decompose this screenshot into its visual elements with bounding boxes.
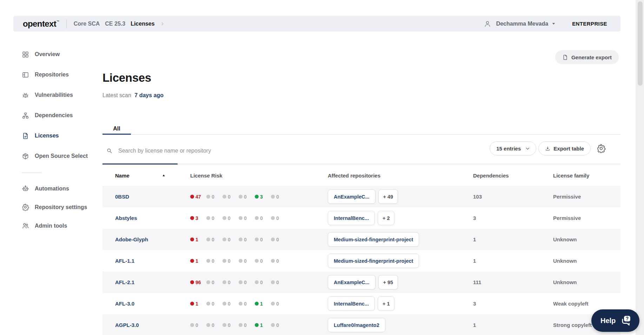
sidebar-item-automations[interactable]: Automations: [13, 179, 102, 198]
risk-count-green: 1: [255, 301, 271, 307]
sidebar-item-label: Repository settings: [35, 204, 87, 210]
risk-count-neutral: 0: [271, 194, 287, 200]
search-input[interactable]: [118, 148, 336, 154]
risk-number: 0: [244, 280, 247, 285]
license-name-link[interactable]: AFL-2.1: [115, 279, 190, 285]
table-row: Abstyles 300000 InternalBenc...+ 2 3 Per…: [102, 207, 620, 229]
column-header-license-risk[interactable]: License Risk: [190, 173, 328, 179]
edition-badge: ENTERPRISE: [572, 21, 607, 27]
risk-count-neutral: 0: [255, 215, 271, 221]
risk-number: 0: [260, 215, 263, 221]
risk-count-green: 3: [255, 194, 271, 200]
breadcrumb: Core SCA CE 25.3 Licenses: [74, 21, 165, 27]
scrollbar[interactable]: [636, 0, 644, 335]
breadcrumb-version: CE 25.3: [105, 21, 125, 27]
license-name-link[interactable]: 0BSD: [115, 194, 190, 200]
risk-number: 0: [244, 322, 247, 328]
risk-count-red: 1: [190, 258, 206, 264]
license-risk-cells: 000010: [190, 322, 328, 328]
caret-down-icon[interactable]: [551, 21, 556, 26]
more-repos-chip[interactable]: + 1: [378, 296, 395, 311]
risk-dot-neutral: [223, 323, 226, 327]
entries-per-page-dropdown[interactable]: 15 entries: [490, 141, 536, 155]
sidebar-primary-list: Overview Repositories Vulnerabilities De…: [13, 44, 102, 166]
gear-icon: [597, 144, 606, 153]
column-header-name[interactable]: Name: [115, 173, 190, 179]
sidebar-item-label: Automations: [35, 186, 69, 192]
risk-count-red: 96: [190, 280, 206, 285]
sidebar-item-overview[interactable]: Overview: [13, 44, 102, 65]
more-repos-chip[interactable]: + 2: [378, 211, 395, 225]
sidebar-item-admin-tools[interactable]: Admin tools: [13, 216, 102, 235]
export-table-button[interactable]: Export table: [538, 141, 591, 155]
search-icon: [106, 148, 112, 154]
risk-number: 0: [228, 301, 231, 307]
more-repos-chip[interactable]: + 95: [378, 275, 398, 289]
license-name-link[interactable]: AFL-1.1: [115, 258, 190, 264]
repo-chip[interactable]: Medium-sized-fingerprint-project: [328, 232, 419, 247]
repo-chip[interactable]: InternalBenc...: [328, 296, 375, 311]
repo-chip[interactable]: AnExampleC...: [328, 189, 376, 204]
risk-dot-red: [190, 259, 194, 263]
affected-repos-cell: InternalBenc...+ 2: [328, 211, 473, 225]
license-name-link[interactable]: AGPL-3.0: [115, 322, 190, 328]
help-button[interactable]: Help ?: [591, 309, 639, 332]
sidebar-item-vulnerabilities[interactable]: Vulnerabilities: [13, 85, 102, 105]
column-header-dependencies[interactable]: Dependencies: [473, 173, 553, 179]
risk-count-neutral: 0: [223, 258, 239, 264]
risk-dot-neutral: [206, 323, 210, 327]
risk-dot-neutral: [271, 323, 275, 327]
sidebar-item-label: Licenses: [35, 133, 59, 139]
license-family: Unknown: [553, 279, 620, 285]
latest-scan-value: 7 days ago: [134, 92, 164, 98]
sidebar-item-repositories[interactable]: Repositories: [13, 65, 102, 85]
sort-ascending-icon[interactable]: [162, 174, 166, 177]
sidebar-item-licenses[interactable]: Licenses: [13, 126, 102, 146]
risk-count-neutral: 0: [239, 322, 255, 328]
risk-number: 0: [276, 215, 279, 221]
risk-count-neutral: 0: [190, 322, 206, 328]
risk-number: 0: [260, 258, 263, 264]
license-risk-cells: 100000: [190, 258, 328, 264]
risk-count-neutral: 0: [223, 301, 239, 307]
repo-chip[interactable]: Luffare0/magento2: [328, 318, 385, 332]
sidebar-item-repository-settings[interactable]: Repository settings: [13, 198, 102, 216]
user-menu[interactable]: Dechamma Mevada: [496, 21, 549, 27]
risk-number: 0: [212, 280, 214, 285]
sidebar-item-open-source-select[interactable]: Open Source Select: [13, 146, 102, 166]
bug-icon: [22, 92, 29, 99]
risk-number: 1: [195, 237, 198, 242]
tab-all[interactable]: All: [102, 123, 131, 135]
repo-chip[interactable]: AnExampleC...: [328, 275, 376, 289]
license-name-link[interactable]: Adobe-Glyph: [115, 236, 190, 242]
more-repos-chip[interactable]: + 49: [378, 189, 398, 204]
scrollbar-thumb[interactable]: [638, 1, 643, 86]
risk-dot-neutral: [255, 280, 259, 284]
affected-repos-cell: Medium-sized-fingerprint-project: [328, 254, 473, 268]
risk-number: 1: [195, 301, 198, 307]
license-family: Unknown: [553, 236, 620, 242]
risk-count-neutral: 0: [239, 280, 255, 285]
risk-dot-neutral: [271, 216, 275, 220]
risk-number: 0: [276, 237, 279, 242]
risk-dot-neutral: [223, 216, 226, 220]
risk-dot-neutral: [223, 280, 226, 284]
breadcrumb-current-page[interactable]: Licenses: [131, 21, 154, 27]
risk-dot-green: [255, 302, 259, 306]
column-header-license-family[interactable]: License family: [553, 173, 620, 179]
column-header-affected-repositories[interactable]: Affected repositories: [328, 173, 473, 179]
repo-chip[interactable]: InternalBenc...: [328, 211, 375, 225]
chevron-right-icon[interactable]: [160, 21, 165, 26]
table-settings-button[interactable]: [594, 141, 608, 155]
sidebar-item-dependencies[interactable]: Dependencies: [13, 105, 102, 126]
repo-chip[interactable]: Medium-sized-fingerprint-project: [328, 254, 419, 268]
sidebar-secondary-list: Automations Repository settings Admin to…: [13, 179, 102, 235]
sidebar-item-label: Repositories: [35, 72, 69, 78]
risk-dot-neutral: [223, 302, 226, 306]
generate-export-button[interactable]: Generate export: [555, 50, 619, 64]
sidebar-divider: [22, 173, 41, 173]
license-name-link[interactable]: Abstyles: [115, 215, 190, 221]
risk-count-neutral: 0: [223, 194, 239, 200]
robot-icon: [22, 185, 29, 192]
license-name-link[interactable]: AFL-3.0: [115, 301, 190, 307]
